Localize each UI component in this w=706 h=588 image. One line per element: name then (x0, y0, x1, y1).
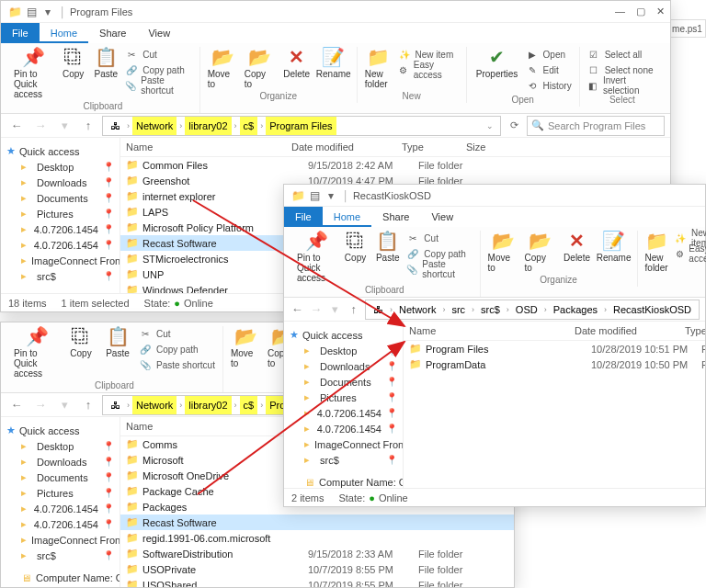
col-name[interactable]: Name (126, 141, 291, 153)
copy-button[interactable]: ⿻Copy (65, 326, 97, 358)
edit-button[interactable]: ✎Edit (526, 62, 572, 77)
qat-dropdown-icon[interactable]: ▾ (40, 6, 56, 18)
qat-dropdown-icon[interactable]: ▾ (323, 189, 339, 202)
nav-item[interactable]: ▸4.0.7206.1454📍 (1, 501, 120, 516)
nav-item[interactable]: ▸4.0.7206.1454📍 (1, 237, 120, 253)
nav-item[interactable]: ▸Documents📍 (1, 190, 120, 206)
copy-button[interactable]: ⿻Copy (342, 231, 369, 263)
nav-item[interactable]: ▸Downloads📍 (1, 454, 120, 469)
forward-button[interactable]: → (30, 398, 51, 412)
paste-shortcut-button[interactable]: 📎Paste shortcut (139, 357, 215, 372)
col-size[interactable]: Size (466, 141, 665, 153)
nav-item[interactable]: ▸Downloads📍 (284, 358, 403, 374)
file-row[interactable]: 📁 SoftwareDistribution9/15/2018 2:33 AMF… (120, 546, 514, 561)
nav-item[interactable]: ▸Pictures📍 (1, 206, 120, 221)
nav-item[interactable]: ▸Pictures📍 (1, 485, 120, 501)
col-type[interactable]: Type (402, 141, 466, 153)
address-bar[interactable]: 🖧› Network› library02› c$› Program Files… (102, 116, 501, 136)
file-row[interactable]: 📁 Common Files9/15/2018 2:42 AMFile fold… (120, 157, 670, 173)
col-name[interactable]: Name (126, 421, 291, 432)
paste-shortcut-button[interactable]: 📎Paste shortcut (125, 78, 192, 93)
minimize-button[interactable]: — (615, 6, 625, 17)
cut-button[interactable]: Cut (424, 233, 438, 243)
file-row[interactable]: 📁 regid.1991-06.com.microsoft (120, 530, 514, 546)
nav-item[interactable]: ▸ImageConnect Fron📍 (1, 253, 120, 268)
nav-item[interactable]: ▸Pictures📍 (284, 390, 403, 405)
refresh-button[interactable]: ⟳ (505, 119, 523, 131)
file-row[interactable]: 📁 Program Files10/28/2019 10:51 PMFile f… (404, 341, 705, 356)
titlebar[interactable]: 📁 ▤ ▾ │ RecastKioskOSD (284, 185, 705, 207)
paste-button[interactable]: 📋Paste (92, 47, 120, 79)
tab-home[interactable]: Home (323, 207, 371, 227)
quick-access[interactable]: ★Quick access (284, 327, 403, 343)
nav-item[interactable]: ▸Desktop📍 (284, 343, 403, 358)
back-button[interactable]: ← (6, 398, 27, 412)
nav-item[interactable]: ▸src$📍 (284, 452, 403, 468)
pin-button[interactable]: 📌Pin to Quick access (14, 326, 60, 379)
paste-button[interactable]: 📋Paste (102, 326, 133, 358)
rename-button[interactable]: 📝Rename (598, 231, 630, 263)
nav-computer[interactable]: 🖥Computer Name: GA (284, 475, 403, 488)
up-button[interactable]: ↑ (78, 119, 98, 132)
tab-view[interactable]: View (420, 207, 464, 227)
forward-button[interactable]: → (30, 119, 51, 132)
copypath-button[interactable]: 🔗Copy path (139, 342, 215, 356)
forward-button[interactable]: → (309, 302, 325, 316)
copy-button[interactable]: ⿻Copy (60, 47, 87, 79)
history-button[interactable]: ⟲History (526, 78, 572, 93)
move-button[interactable]: 📂Move to (208, 47, 239, 89)
recent-button[interactable]: ▾ (54, 398, 74, 412)
copy-to-button[interactable]: 📂Copy to (525, 231, 556, 273)
easy-access-button[interactable]: ⚙Easy access (398, 62, 459, 77)
file-row[interactable]: 📁 USOShared10/7/2019 8:55 PMFile folder (120, 577, 514, 587)
qat-icon[interactable]: ▤ (306, 189, 323, 202)
nav-pane[interactable]: ★Quick access▸Desktop📍▸Downloads📍▸Docume… (1, 138, 120, 293)
copypath-button[interactable]: Copy path (424, 249, 466, 259)
file-row[interactable]: 📁 ProgramData10/28/2019 10:50 PMFile fo (404, 356, 705, 372)
search-input[interactable]: 🔍Search Program Files (527, 116, 665, 136)
properties-button[interactable]: ✔Properties (474, 47, 520, 79)
rename-button[interactable]: 📝Rename (318, 47, 349, 79)
quick-access[interactable]: ★Quick access (1, 423, 120, 438)
nav-item[interactable]: ▸src$📍 (1, 548, 120, 563)
nav-pane[interactable]: ★Quick access▸Desktop📍▸Downloads📍▸Docume… (1, 417, 120, 587)
up-button[interactable]: ↑ (347, 302, 362, 316)
nav-item[interactable]: ▸ImageConnect Fron📍 (1, 532, 120, 548)
nav-item[interactable]: ▸4.0.7206.1454📍 (1, 221, 120, 237)
qat-icon[interactable]: ▤ (23, 6, 40, 18)
cut-button[interactable]: ✂Cut (139, 326, 215, 341)
invert-button[interactable]: ◧Invert selection (587, 78, 657, 93)
nav-item[interactable]: ▸4.0.7206.1454📍 (284, 421, 403, 436)
recent-button[interactable]: ▾ (54, 119, 74, 132)
tab-view[interactable]: View (137, 23, 181, 43)
paste-button[interactable]: 📋Paste (374, 231, 401, 263)
delete-button[interactable]: ✕Delete (562, 231, 593, 263)
nav-item[interactable]: ▸src$📍 (1, 268, 120, 284)
quick-access[interactable]: ★Quick access (1, 143, 120, 159)
cut-button[interactable]: ✂Cut (125, 47, 192, 62)
select-all-button[interactable]: ☑Select all (587, 47, 657, 62)
copy-to-button[interactable]: 📂Copy to (245, 47, 276, 89)
nav-item[interactable]: ▸Documents📍 (284, 374, 403, 390)
move-button[interactable]: 📂Move to (231, 326, 262, 368)
col-type[interactable]: Type (685, 325, 705, 336)
up-button[interactable]: ↑ (78, 398, 98, 412)
open-button[interactable]: ▶Open (526, 47, 572, 62)
paste-shortcut-button[interactable]: Paste shortcut (422, 259, 472, 279)
nav-item[interactable]: ▸Documents📍 (1, 469, 120, 485)
easy-access-button[interactable]: Easy access (689, 243, 706, 264)
nav-item[interactable]: ▸4.0.7206.1454📍 (1, 516, 120, 532)
pin-button[interactable]: 📌Pin to Quick access (14, 47, 54, 99)
col-date[interactable]: Date modified (291, 141, 402, 153)
nav-item[interactable]: ▸Downloads📍 (1, 175, 120, 190)
nav-item[interactable]: ▸Desktop📍 (1, 438, 120, 454)
tab-file[interactable]: File (284, 207, 323, 227)
col-name[interactable]: Name (409, 325, 575, 336)
tab-file[interactable]: File (1, 23, 40, 43)
titlebar[interactable]: 📁 ▤ ▾ │ Program Files — ▢ ✕ (1, 1, 670, 23)
tab-home[interactable]: Home (40, 23, 88, 43)
tab-share[interactable]: Share (88, 23, 137, 43)
back-button[interactable]: ← (290, 302, 305, 316)
move-button[interactable]: 📂Move to (488, 231, 519, 273)
maximize-button[interactable]: ▢ (636, 6, 645, 17)
